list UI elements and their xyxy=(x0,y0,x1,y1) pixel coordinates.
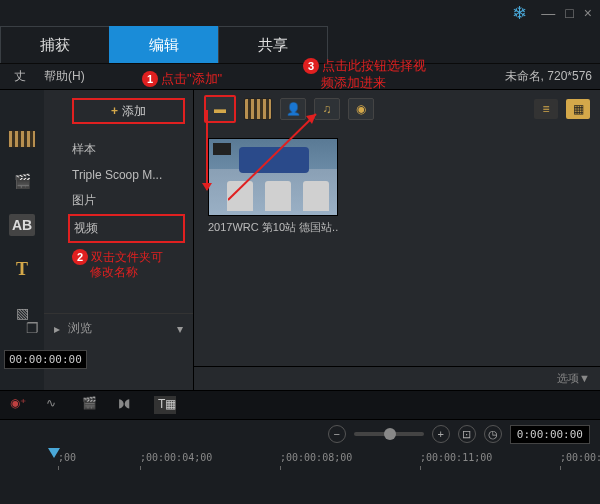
annotation-arrow-1 xyxy=(206,110,208,190)
zoom-fit-button[interactable]: ⊡ xyxy=(458,425,476,443)
zoom-in-button[interactable]: + xyxy=(432,425,450,443)
ruler-tick: ;00:00:11;00 xyxy=(420,452,492,463)
timeline-ruler[interactable]: ;00 ;00:00:04;00 ;00:00:08;00 ;00:00:11;… xyxy=(0,448,600,470)
chevron-down-icon: ▾ xyxy=(177,322,183,336)
options-row[interactable]: 选项▼ xyxy=(194,366,600,390)
view-list-button[interactable]: ≡ xyxy=(534,99,558,119)
ruler-tick: ;00 xyxy=(58,452,76,463)
ruler-tick: ;00:00:04;00 xyxy=(140,452,212,463)
menu-bar: 丈 帮助(H) 未命名, 720*576 xyxy=(0,64,600,90)
tab-share[interactable]: 共享 xyxy=(218,26,328,63)
zoom-row: − + ⊡ ◷ 0:00:00:00 xyxy=(0,420,600,448)
close-button[interactable]: × xyxy=(584,5,592,21)
tl-title-icon[interactable]: T▦ xyxy=(154,396,176,414)
add-button-label: 添加 xyxy=(122,103,146,120)
annotation-arrow-2 xyxy=(228,110,318,200)
tl-overlap-icon[interactable]: ◗◖ xyxy=(118,396,140,414)
tl-record-icon[interactable]: ◉⁺ xyxy=(10,396,32,414)
browse-arrow-icon: ▸ xyxy=(54,322,60,336)
title-bar: ❄ — □ × xyxy=(0,0,600,26)
folder-scoop[interactable]: Triple Scoop M... xyxy=(44,163,193,187)
tl-audio-icon[interactable]: ∿ xyxy=(46,396,68,414)
timecode-left[interactable]: 00:00:00:00 xyxy=(4,350,87,369)
duplicate-icon[interactable]: ❐ xyxy=(26,320,39,336)
add-button[interactable]: + 添加 xyxy=(72,98,185,124)
folder-icon: ▬ xyxy=(214,102,226,116)
minimize-button[interactable]: — xyxy=(541,5,555,21)
menu-file[interactable]: 丈 xyxy=(8,66,32,87)
menu-help[interactable]: 帮助(H) xyxy=(38,66,91,87)
zoom-slider[interactable] xyxy=(354,432,424,436)
zoom-clock-button[interactable]: ◷ xyxy=(484,425,502,443)
plus-icon: + xyxy=(111,104,118,118)
project-status: 未命名, 720*576 xyxy=(505,68,592,85)
timeline-toolbar: ◉⁺ ∿ 🎬 ◗◖ T▦ xyxy=(0,390,600,420)
tab-edit[interactable]: 编辑 xyxy=(109,26,219,63)
ruler-tick: ;00:00:1 xyxy=(560,452,600,463)
browse-label: 浏览 xyxy=(68,320,92,337)
app-badge-icon: ❄ xyxy=(512,2,527,24)
ruler-tick: ;00:00:08;00 xyxy=(280,452,352,463)
media-panel: + 添加 样本 Triple Scoop M... 图片 视频 2双击文件夹可 … xyxy=(44,90,194,390)
annotation-2-text: 2双击文件夹可 修改名称 xyxy=(44,247,193,285)
folder-sample[interactable]: 样本 xyxy=(44,136,193,163)
title-tool-icon[interactable]: T xyxy=(9,258,35,280)
main-tabs: 捕获 编辑 共享 xyxy=(0,26,600,64)
tab-capture[interactable]: 捕获 xyxy=(0,26,110,63)
ab-tool-icon[interactable]: AB xyxy=(9,214,35,236)
timecode-right[interactable]: 0:00:00:00 xyxy=(510,425,590,444)
tool-column: 🎬 AB T ▧ FX xyxy=(0,90,44,390)
thumbnail-label: 2017WRC 第10站 德国站... xyxy=(208,216,338,239)
annotation-badge-2: 2 xyxy=(72,249,88,265)
tl-clip-icon[interactable]: 🎬 xyxy=(82,396,104,414)
zoom-out-button[interactable]: − xyxy=(328,425,346,443)
folder-list: 样本 Triple Scoop M... 图片 视频 xyxy=(44,132,193,247)
maximize-button[interactable]: □ xyxy=(565,5,573,21)
view-grid-button[interactable]: ▦ xyxy=(566,99,590,119)
filter-color-button[interactable]: ◉ xyxy=(348,98,374,120)
folder-pictures[interactable]: 图片 xyxy=(44,187,193,214)
browse-bar[interactable]: ▸ 浏览 ▾ xyxy=(44,313,193,343)
media-tool-icon[interactable] xyxy=(8,130,36,148)
svg-line-0 xyxy=(228,114,316,200)
clip-tool-icon[interactable]: 🎬 xyxy=(9,170,35,192)
folder-video[interactable]: 视频 xyxy=(68,214,185,243)
